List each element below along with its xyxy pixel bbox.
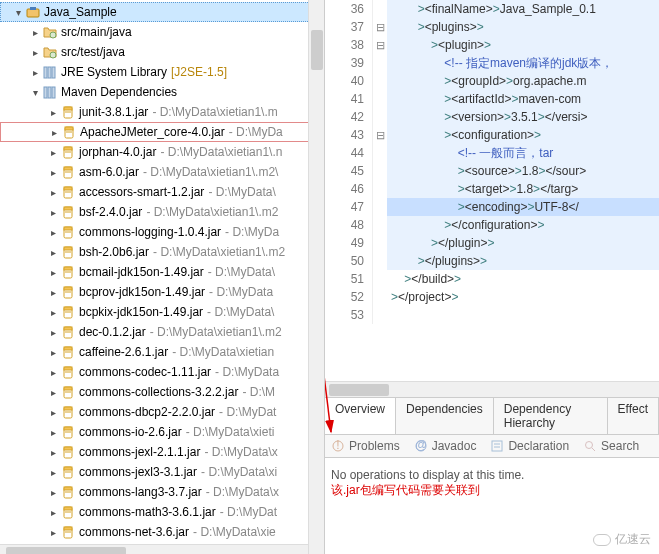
code-line[interactable]: 42 ><version>>3.5.1></versi> [325,108,659,126]
code-content[interactable]: ><finalName>>Java_Sample_0.1 [387,0,659,18]
code-content[interactable]: ><plugins>> [387,18,659,36]
chevron-right-icon[interactable]: ▸ [46,307,60,318]
code-content[interactable]: <!-- 指定maven编译的jdk版本， [387,54,659,72]
code-line[interactable]: 39 <!-- 指定maven编译的jdk版本， [325,54,659,72]
chevron-right-icon[interactable]: ▸ [46,267,60,278]
chevron-right-icon[interactable]: ▸ [46,367,60,378]
chevron-right-icon[interactable]: ▸ [46,107,60,118]
chevron-right-icon[interactable]: ▸ [46,507,60,518]
chevron-right-icon[interactable]: ▸ [46,287,60,298]
chevron-right-icon[interactable]: ▸ [46,147,60,158]
jar-node[interactable]: ▸accessors-smart-1.2.jar - D:\MyData\ [0,182,324,202]
code-line[interactable]: 52></project>> [325,288,659,306]
code-line[interactable]: 46 ><target>>1.8></targ> [325,180,659,198]
view-declaration[interactable]: Declaration [490,439,569,453]
jar-node[interactable]: ▸commons-codec-1.11.jar - D:\MyData [0,362,324,382]
editor-horizontal-scrollbar[interactable] [325,381,659,397]
chevron-right-icon[interactable]: ▸ [46,427,60,438]
package-explorer[interactable]: ▾ Java_Sample ▸ src/main/java ▸ src/test… [0,0,325,554]
jar-node[interactable]: ▸asm-6.0.jar - D:\MyData\xietian1\.m2\ [0,162,324,182]
code-line[interactable]: 45 ><source>>1.8></sour> [325,162,659,180]
pom-tab-overview[interactable]: Overview [325,398,396,434]
chevron-right-icon[interactable]: ▸ [46,447,60,458]
code-content[interactable]: ><artifactId>>maven-com [387,90,659,108]
chevron-right-icon[interactable]: ▸ [46,387,60,398]
jar-node[interactable]: ▸commons-lang3-3.7.jar - D:\MyData\x [0,482,324,502]
jar-node[interactable]: ▸commons-io-2.6.jar - D:\MyData\xieti [0,422,324,442]
code-content[interactable]: ></project>> [387,288,659,306]
code-content[interactable]: ><configuration>> [387,126,659,144]
code-content[interactable]: ></configuration>> [387,216,659,234]
view-javadoc[interactable]: @ Javadoc [414,439,477,453]
code-content[interactable]: ></plugin>> [387,234,659,252]
chevron-right-icon[interactable]: ▸ [46,247,60,258]
pom-tab-effect[interactable]: Effect [608,398,659,434]
jre-library-node[interactable]: ▸ JRE System Library [J2SE-1.5] [0,62,324,82]
jar-node[interactable]: ▸caffeine-2.6.1.jar - D:\MyData\xietian [0,342,324,362]
code-line[interactable]: 48 ></configuration>> [325,216,659,234]
chevron-right-icon[interactable]: ▸ [46,527,60,538]
code-content[interactable]: ></plugins>> [387,252,659,270]
chevron-right-icon[interactable]: ▸ [28,47,42,58]
pom-editor[interactable]: 36 ><finalName>>Java_Sample_0.137⊟ ><plu… [325,0,659,381]
jar-node[interactable]: ▸bcpkix-jdk15on-1.49.jar - D:\MyData\ [0,302,324,322]
jar-node[interactable]: ▸commons-logging-1.0.4.jar - D:\MyDa [0,222,324,242]
jar-node[interactable]: ▸ApacheJMeter_core-4.0.jar - D:\MyDa [0,122,324,142]
chevron-right-icon[interactable]: ▸ [46,227,60,238]
code-line[interactable]: 49 ></plugin>> [325,234,659,252]
code-line[interactable]: 53 [325,306,659,324]
code-content[interactable]: ></build>> [387,270,659,288]
chevron-right-icon[interactable]: ▸ [46,487,60,498]
views-toolbar[interactable]: ! Problems @ Javadoc Declaration Search [325,435,659,458]
chevron-right-icon[interactable]: ▸ [46,407,60,418]
chevron-right-icon[interactable]: ▸ [46,167,60,178]
code-line[interactable]: 44 <!-- 一般而言，tar [325,144,659,162]
code-content[interactable]: ><encoding>>UTF-8</ [387,198,659,216]
jar-node[interactable]: ▸bcmail-jdk15on-1.49.jar - D:\MyData\ [0,262,324,282]
code-line[interactable]: 47 ><encoding>>UTF-8</ [325,198,659,216]
fold-toggle[interactable]: ⊟ [373,126,387,144]
code-content[interactable]: ><version>>3.5.1></versi> [387,108,659,126]
pom-editor-tabs[interactable]: OverviewDependenciesDependency Hierarchy… [325,397,659,435]
chevron-right-icon[interactable]: ▸ [46,467,60,478]
chevron-right-icon[interactable]: ▸ [46,187,60,198]
jar-node[interactable]: ▸commons-math3-3.6.1.jar - D:\MyDat [0,502,324,522]
jar-node[interactable]: ▸commons-jexl-2.1.1.jar - D:\MyData\x [0,442,324,462]
jar-node[interactable]: ▸jorphan-4.0.jar - D:\MyData\xietian1\.n [0,142,324,162]
jar-node[interactable]: ▸commons-collections-3.2.2.jar - D:\M [0,382,324,402]
code-line[interactable]: 50 ></plugins>> [325,252,659,270]
jar-node[interactable]: ▸bsf-2.4.0.jar - D:\MyData\xietian1\.m2 [0,202,324,222]
chevron-right-icon[interactable]: ▸ [28,27,42,38]
code-line[interactable]: 40 ><groupId>>org.apache.m [325,72,659,90]
src-test-folder[interactable]: ▸ src/test/java [0,42,324,62]
jar-node[interactable]: ▸bcprov-jdk15on-1.49.jar - D:\MyData [0,282,324,302]
code-content[interactable]: ><target>>1.8></targ> [387,180,659,198]
code-line[interactable]: 51 ></build>> [325,270,659,288]
chevron-right-icon[interactable]: ▸ [47,127,61,138]
code-content[interactable]: ><plugin>> [387,36,659,54]
pom-tab-dependency-hierarchy[interactable]: Dependency Hierarchy [494,398,608,434]
vertical-scrollbar[interactable] [308,0,324,554]
jar-node[interactable]: ▸commons-jexl3-3.1.jar - D:\MyData\xi [0,462,324,482]
chevron-down-icon[interactable]: ▾ [28,87,42,98]
view-search[interactable]: Search [583,439,639,453]
code-content[interactable]: ><source>>1.8></sour> [387,162,659,180]
jar-node[interactable]: ▸junit-3.8.1.jar - D:\MyData\xietian1\.m [0,102,324,122]
maven-dependencies-node[interactable]: ▾ Maven Dependencies [0,82,324,102]
code-line[interactable]: 41 ><artifactId>>maven-com [325,90,659,108]
project-tree[interactable]: ▾ Java_Sample ▸ src/main/java ▸ src/test… [0,0,324,544]
code-content[interactable]: <!-- 一般而言，tar [387,144,659,162]
fold-toggle[interactable]: ⊟ [373,18,387,36]
code-line[interactable]: 38⊟ ><plugin>> [325,36,659,54]
code-line[interactable]: 37⊟ ><plugins>> [325,18,659,36]
chevron-right-icon[interactable]: ▸ [46,327,60,338]
fold-toggle[interactable]: ⊟ [373,36,387,54]
chevron-right-icon[interactable]: ▸ [46,347,60,358]
chevron-right-icon[interactable]: ▸ [28,67,42,78]
view-problems[interactable]: ! Problems [331,439,400,453]
chevron-right-icon[interactable]: ▸ [46,207,60,218]
src-main-folder[interactable]: ▸ src/main/java [0,22,324,42]
jar-node[interactable]: ▸bsh-2.0b6.jar - D:\MyData\xietian1\.m2 [0,242,324,262]
jar-node[interactable]: ▸commons-net-3.6.jar - D:\MyData\xie [0,522,324,542]
pom-tab-dependencies[interactable]: Dependencies [396,398,494,434]
